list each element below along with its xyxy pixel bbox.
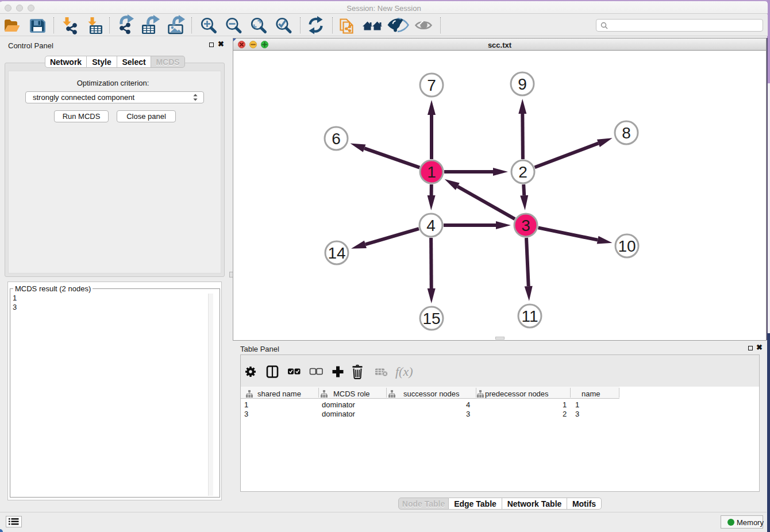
svg-text:8: 8 bbox=[622, 124, 631, 142]
svg-text:11: 11 bbox=[521, 307, 538, 325]
svg-text:15: 15 bbox=[422, 310, 440, 327]
svg-text:3: 3 bbox=[521, 217, 530, 234]
svg-text:9: 9 bbox=[518, 75, 527, 93]
svg-text:2: 2 bbox=[518, 163, 528, 181]
svg-text:7: 7 bbox=[427, 76, 436, 94]
svg-text:6: 6 bbox=[332, 130, 341, 148]
svg-text:14: 14 bbox=[328, 244, 345, 262]
svg-text:f(x): f(x) bbox=[395, 364, 413, 379]
svg-text:1: 1 bbox=[427, 163, 436, 181]
svg-text:10: 10 bbox=[618, 237, 636, 255]
svg-text:4: 4 bbox=[426, 217, 436, 234]
